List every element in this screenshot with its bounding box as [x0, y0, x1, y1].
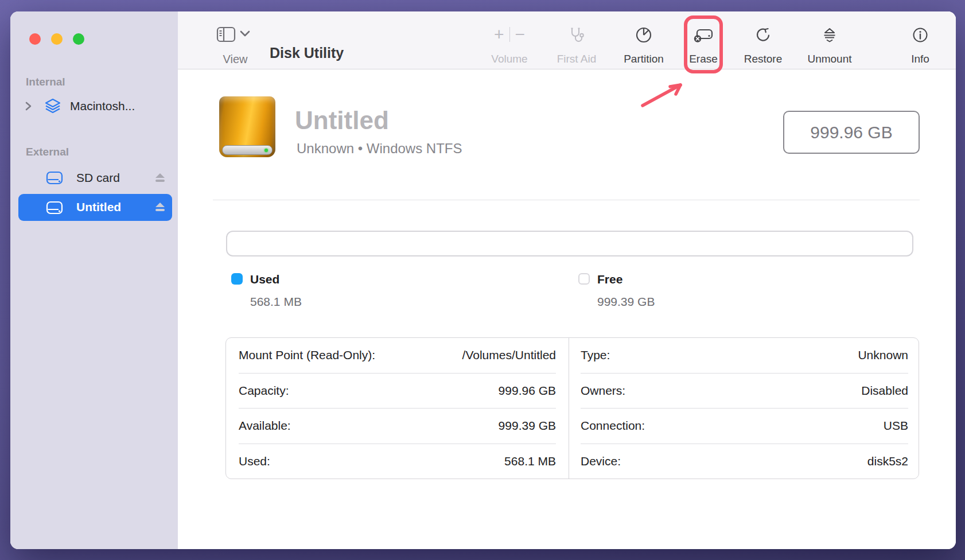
eject-icon[interactable]: [154, 173, 166, 183]
used-swatch: [231, 273, 243, 285]
sidebar-item-label[interactable]: Macintosh...: [70, 99, 135, 113]
toolbar-first-aid-button: First Aid: [551, 11, 602, 69]
table-row: Owners: Disabled: [581, 374, 908, 409]
sidebar-section-external: External: [26, 146, 69, 158]
external-drive-icon: [46, 170, 63, 185]
volume-subtitle: Unknown • Windows NTFS: [297, 141, 462, 157]
sidebar-item-label[interactable]: SD card: [76, 171, 120, 185]
sidebar-toggle-icon[interactable]: [216, 26, 236, 42]
toolbar-unmount-button[interactable]: Unmount: [801, 11, 858, 69]
pie-chart-icon: [635, 26, 653, 44]
details-table: Mount Point (Read-Only): /Volumes/Untitl…: [225, 337, 919, 479]
toolbar-partition-button[interactable]: Partition: [618, 11, 670, 69]
disk-utility-window: Internal Macintosh... External: [10, 11, 956, 549]
capacity-badge: 999.96 GB: [783, 111, 920, 154]
volume-stack-icon: [44, 98, 61, 115]
info-icon: [911, 26, 929, 44]
free-swatch: [578, 273, 590, 285]
toolbar-erase-button[interactable]: Erase: [685, 11, 722, 69]
view-label: View: [212, 53, 258, 66]
sidebar-item-label[interactable]: Untitled: [76, 200, 121, 214]
view-button[interactable]: View: [212, 11, 258, 69]
volume-add-remove-icon: +−: [494, 26, 525, 43]
usage-bar: [226, 231, 913, 256]
toolbar-restore-button[interactable]: Restore: [737, 11, 789, 69]
minimize-button[interactable]: [51, 33, 63, 45]
eject-icon[interactable]: [154, 202, 166, 212]
volume-title: Untitled: [295, 106, 389, 135]
zoom-button[interactable]: [73, 33, 84, 45]
external-drive-image: [217, 96, 278, 157]
table-row: Available: 999.39 GB: [239, 409, 556, 444]
table-row: Type: Unknown: [581, 338, 908, 374]
sidebar: Internal Macintosh... External: [10, 11, 178, 549]
window-title: Disk Utility: [270, 45, 344, 61]
stethoscope-icon: [567, 26, 586, 44]
table-row: Connection: USB: [581, 409, 908, 444]
plus-icon: +: [494, 26, 504, 43]
minus-icon: −: [515, 26, 526, 43]
drive-led: [264, 149, 268, 152]
sidebar-item-untitled-selected[interactable]: Untitled: [18, 194, 172, 221]
toolbar: View Disk Utility +− Volume: [178, 11, 956, 69]
sidebar-section-internal: Internal: [26, 76, 65, 88]
toolbar-volume-button: +− Volume: [481, 11, 538, 69]
external-drive-icon: [46, 200, 63, 215]
disclosure-chevron-icon[interactable]: [24, 100, 32, 112]
toolbar-info-button[interactable]: Info: [900, 11, 940, 69]
erase-disk-icon: [692, 26, 714, 45]
restore-arrow-icon: [754, 26, 772, 44]
close-button[interactable]: [29, 33, 41, 45]
main-area: View Disk Utility +− Volume: [178, 11, 956, 549]
divider: [213, 200, 920, 200]
unmount-eject-icon: [820, 26, 839, 44]
table-row: Device: disk5s2: [581, 444, 908, 479]
table-row: Mount Point (Read-Only): /Volumes/Untitl…: [239, 338, 556, 374]
annotation-arrow: [631, 69, 694, 115]
table-row: Capacity: 999.96 GB: [239, 374, 556, 409]
chevron-down-icon: [240, 30, 250, 37]
table-row: Used: 568.1 MB: [239, 444, 556, 479]
